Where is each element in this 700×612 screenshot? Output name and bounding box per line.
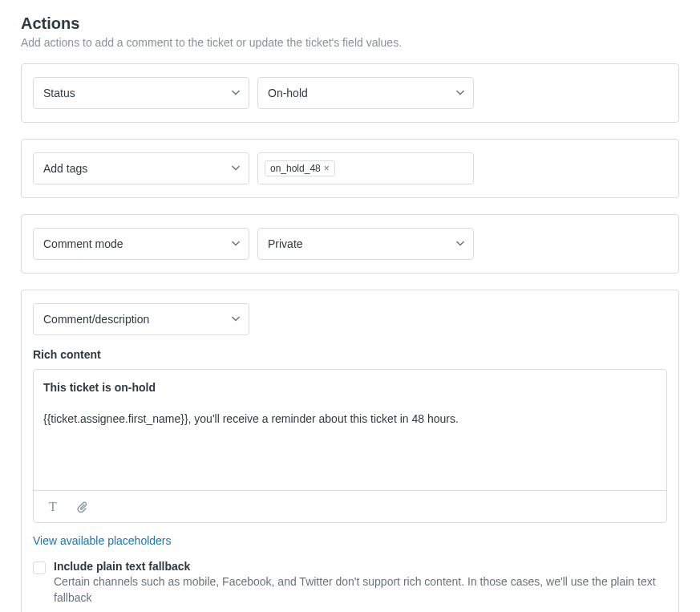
comment-field-select[interactable]: Comment/description — [33, 303, 249, 335]
editor-bold-line: This ticket is on-hold — [43, 379, 657, 396]
action-card-tags: Add tags on_hold_48 × — [21, 139, 679, 198]
tags-field-select[interactable]: Add tags — [33, 152, 249, 184]
text-format-icon[interactable]: T — [45, 499, 61, 515]
comment-mode-field-label: Comment mode — [43, 237, 123, 250]
fallback-label: Include plain text fallback — [54, 560, 667, 573]
comment-mode-field-select[interactable]: Comment mode — [33, 228, 249, 260]
close-icon[interactable]: × — [324, 164, 330, 173]
view-placeholders-link[interactable]: View available placeholders — [33, 534, 172, 547]
fallback-checkbox-row: Include plain text fallback Certain chan… — [33, 560, 667, 606]
chevron-down-icon — [231, 314, 241, 324]
chevron-down-icon — [231, 88, 241, 98]
attachment-icon[interactable] — [74, 499, 90, 515]
rich-text-editor: This ticket is on-hold {{ticket.assignee… — [33, 369, 667, 523]
section-description: Add actions to add a comment to the tick… — [21, 36, 679, 49]
action-card-comment: Comment/description Rich content This ti… — [21, 290, 679, 612]
status-value-label: On-hold — [268, 87, 308, 99]
tags-value-input[interactable]: on_hold_48 × — [257, 152, 474, 184]
action-card-status: Status On-hold — [21, 63, 679, 123]
action-card-comment-mode: Comment mode Private — [21, 214, 679, 274]
section-title: Actions — [21, 14, 679, 33]
status-field-label: Status — [43, 87, 75, 99]
status-field-select[interactable]: Status — [33, 77, 249, 109]
tags-field-label: Add tags — [43, 162, 87, 175]
editor-body[interactable]: This ticket is on-hold {{ticket.assignee… — [34, 370, 666, 490]
chevron-down-icon — [455, 239, 465, 249]
comment-mode-value-label: Private — [268, 237, 303, 250]
chevron-down-icon — [455, 88, 465, 98]
actions-section: Actions Add actions to add a comment to … — [21, 14, 679, 612]
status-value-select[interactable]: On-hold — [257, 77, 474, 109]
comment-field-label: Comment/description — [43, 313, 149, 326]
tag-chip: on_hold_48 × — [265, 160, 335, 176]
editor-toolbar: T — [34, 490, 666, 522]
editor-text-line: {{ticket.assignee.first_name}}, you'll r… — [43, 411, 657, 428]
chevron-down-icon — [231, 239, 241, 249]
rich-content-label: Rich content — [33, 348, 667, 361]
chevron-down-icon — [231, 164, 241, 173]
fallback-help: Certain channels such as mobile, Faceboo… — [54, 574, 667, 606]
comment-mode-value-select[interactable]: Private — [257, 228, 474, 260]
tag-chip-label: on_hold_48 — [270, 163, 321, 174]
fallback-checkbox[interactable] — [33, 561, 46, 574]
